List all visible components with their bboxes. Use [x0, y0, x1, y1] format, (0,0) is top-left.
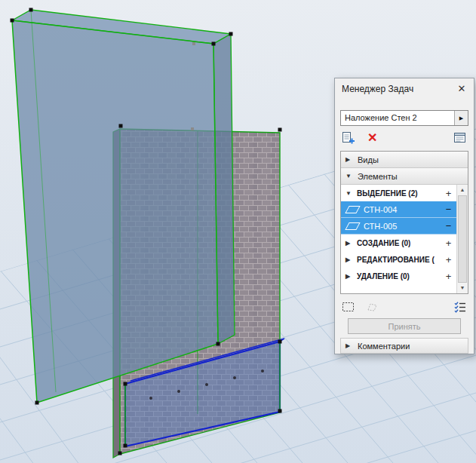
panel-title: Менеджер Задач — [342, 84, 413, 94]
scroll-up-icon[interactable]: ▲ — [457, 185, 468, 195]
group-label: СОЗДАНИЕ (0) — [357, 239, 410, 247]
accept-button[interactable]: Принять — [348, 318, 461, 334]
scrollbar-thumb[interactable] — [458, 195, 467, 283]
chevron-right-icon: ▶ — [345, 342, 353, 349]
group-creation[interactable]: ▶ СОЗДАНИЕ (0) + — [341, 235, 456, 251]
remove-element-button[interactable]: − — [443, 220, 454, 232]
section-comments-label: Комментарии — [358, 342, 410, 351]
group-deletion[interactable]: ▶ УДАЛЕНИЕ (0) + — [341, 268, 456, 284]
list-item-stn-004[interactable]: СТН-004 − — [341, 201, 456, 218]
group-selection[interactable]: ▼ ВЫДЕЛЕНИЕ (2) + — [341, 185, 456, 201]
selection-toolbar — [342, 299, 467, 317]
close-icon[interactable]: ✕ — [456, 78, 468, 100]
app-window: Менеджер Задач ✕ Наложение Стен 2 ▶ ✕ — [0, 0, 476, 463]
chevron-right-icon: ▶ — [345, 256, 353, 263]
task-tree: ▶ Виды ▼ Элементы ▼ ВЫДЕЛЕНИЕ (2) + СТН-… — [340, 151, 468, 294]
remove-element-button[interactable]: − — [443, 204, 454, 215]
section-elements[interactable]: ▼ Элементы — [341, 168, 468, 185]
scrollbar[interactable]: ▲ ▼ — [456, 185, 468, 293]
task-manager-panel: Менеджер Задач ✕ Наложение Стен 2 ▶ ✕ — [334, 78, 474, 354]
dropdown-arrow-icon[interactable]: ▶ — [454, 111, 468, 125]
item-label: СТН-005 — [364, 222, 397, 231]
section-views[interactable]: ▶ Виды — [341, 152, 468, 168]
task-dropdown-value: Наложение Стен 2 — [341, 111, 454, 125]
add-element-button[interactable]: + — [443, 271, 454, 282]
chevron-right-icon: ▶ — [345, 156, 353, 163]
panel-toolbar: ✕ — [342, 130, 467, 146]
add-element-button[interactable]: + — [443, 188, 454, 199]
list-item-stn-005[interactable]: СТН-005 − — [341, 218, 456, 235]
add-element-button[interactable]: + — [443, 238, 454, 249]
marquee-icon[interactable] — [342, 301, 355, 314]
group-label: УДАЛЕНИЕ (0) — [357, 272, 410, 281]
wall-large[interactable] — [12, 10, 235, 403]
add-element-button[interactable]: + — [443, 254, 454, 265]
task-dropdown[interactable]: Наложение Стен 2 ▶ — [340, 110, 468, 126]
boundary-icon-disabled — [366, 301, 379, 314]
section-views-label: Виды — [358, 155, 379, 164]
chevron-down-icon: ▼ — [345, 190, 353, 197]
group-label: РЕДАКТИРОВАНИЕ ( — [357, 256, 435, 264]
chevron-right-icon: ▶ — [345, 273, 353, 280]
task-details-icon[interactable] — [453, 131, 467, 146]
delete-task-icon[interactable]: ✕ — [367, 130, 377, 146]
section-comments[interactable]: ▶ Комментарии — [340, 338, 468, 354]
add-task-icon[interactable] — [342, 131, 355, 146]
chevron-down-icon: ▼ — [345, 173, 353, 179]
group-editing[interactable]: ▶ РЕДАКТИРОВАНИЕ ( + — [341, 251, 456, 268]
element-groups: ▼ ВЫДЕЛЕНИЕ (2) + СТН-004 − СТН-005 − ▶ … — [341, 185, 456, 293]
wall-icon — [345, 222, 360, 230]
chevron-right-icon: ▶ — [345, 240, 353, 247]
item-label: СТН-004 — [364, 205, 397, 214]
wall-icon — [345, 206, 360, 213]
scroll-down-icon[interactable]: ▼ — [457, 283, 468, 293]
panel-titlebar[interactable]: Менеджер Задач ✕ — [335, 78, 474, 100]
criteria-list-icon[interactable] — [453, 300, 467, 315]
group-label: ВЫДЕЛЕНИЕ (2) — [357, 189, 418, 198]
section-elements-label: Элементы — [358, 172, 398, 181]
